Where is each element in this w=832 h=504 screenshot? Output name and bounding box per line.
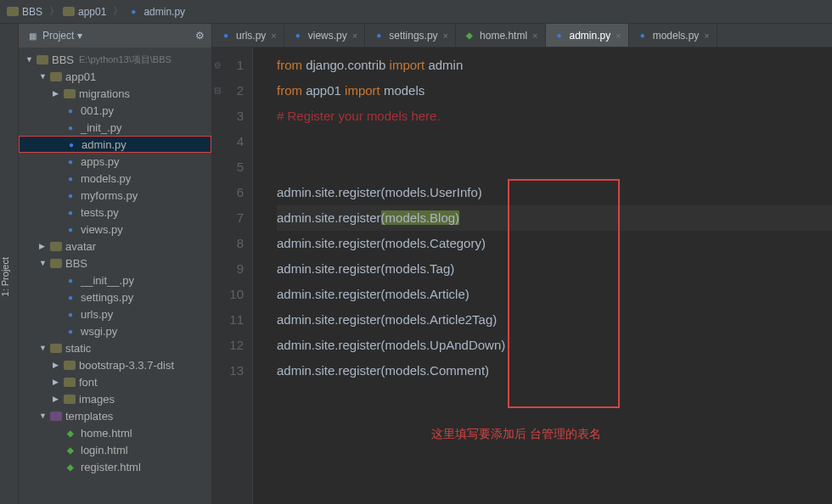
editor-tab[interactable]: ●views.py× — [284, 24, 365, 47]
tree-item-name: BBS — [65, 257, 87, 270]
tab-close-icon[interactable]: × — [352, 31, 357, 41]
tree-row[interactable]: ▼app01 — [19, 68, 211, 85]
code-line[interactable]: admin.site.register(models.UserInfo) — [277, 180, 832, 205]
tree-row[interactable]: ●admin.py — [19, 136, 211, 153]
gear-icon[interactable]: ⚙ — [195, 30, 205, 42]
python-file-icon: ● — [64, 104, 77, 116]
line-number: 11 — [212, 307, 244, 333]
tree-row[interactable]: ●__init__.py — [19, 272, 211, 288]
tree-arrow-icon[interactable]: ▶ — [53, 89, 61, 98]
tree-item-name: apps.py — [81, 155, 120, 168]
breadcrumb-part[interactable]: BBS — [22, 6, 42, 18]
tab-label: urls.py — [236, 30, 266, 42]
editor-tab[interactable]: ◆home.html× — [456, 24, 545, 47]
side-tab-project[interactable]: 1: Project — [0, 24, 19, 504]
breadcrumb-part[interactable]: app01 — [78, 6, 106, 18]
tree-row[interactable]: ▶avatar — [19, 238, 211, 255]
tree-arrow-icon[interactable]: ▼ — [39, 72, 48, 81]
tree-arrow-icon[interactable]: ▼ — [39, 259, 48, 267]
tree-row[interactable]: ▶migrations — [19, 85, 211, 102]
tab-close-icon[interactable]: × — [616, 31, 621, 41]
code-area[interactable]: from django.contrib import adminfrom app… — [253, 48, 832, 504]
tree-arrow-icon[interactable]: ▶ — [53, 361, 61, 369]
python-file-icon: ● — [372, 30, 385, 42]
tree-row[interactable]: ▶bootstrap-3.3.7-dist — [19, 356, 211, 373]
tree-item-name: 001.py — [81, 104, 114, 117]
project-panel-header[interactable]: ▦ Project ▾ ⚙ — [19, 24, 211, 48]
line-number: 5 — [212, 154, 244, 180]
folder-icon — [64, 378, 76, 387]
fold-icon[interactable]: ⊖ — [214, 53, 221, 78]
editor-tab[interactable]: ●models.py× — [629, 24, 717, 47]
breadcrumb: BBS 〉 app01 〉 ● admin.py — [0, 0, 832, 24]
html-file-icon: ◆ — [64, 444, 77, 456]
python-file-icon: ● — [64, 155, 77, 167]
html-file-icon: ◆ — [463, 30, 476, 42]
tree-row[interactable]: ▼BBS — [19, 255, 211, 272]
tree-row[interactable]: ▶images — [19, 390, 211, 407]
tree-row[interactable]: ◆register.html — [19, 458, 211, 475]
tree-row[interactable]: ●settings.py — [19, 288, 211, 305]
python-file-icon: ● — [219, 30, 233, 42]
code-line[interactable]: from django.contrib import admin — [277, 53, 832, 78]
dropdown-icon[interactable]: ▾ — [77, 30, 82, 42]
tree-row[interactable]: ●001.py — [19, 102, 211, 119]
tab-label: views.py — [308, 30, 347, 42]
tree-row[interactable]: ●_init_.py — [19, 119, 211, 136]
tree-arrow-icon[interactable]: ▶ — [53, 395, 61, 403]
code-line[interactable]: admin.site.register(models.Category) — [277, 231, 832, 256]
template-folder-icon — [50, 412, 62, 421]
tree-row[interactable]: ●tests.py — [19, 204, 211, 221]
editor-area: ●urls.py×●views.py×●settings.py×◆home.ht… — [212, 24, 832, 504]
tree-arrow-icon[interactable]: ▶ — [53, 378, 61, 386]
tree-row[interactable]: ●myforms.py — [19, 187, 211, 204]
tree-row[interactable]: ▼templates — [19, 407, 211, 424]
tree-row[interactable]: ◆home.html — [19, 424, 211, 441]
line-number: 13 — [212, 358, 244, 384]
code-line[interactable]: # Register your models here. — [277, 104, 832, 129]
tree-row[interactable]: ▼static — [19, 339, 211, 356]
tree-row[interactable]: ◆login.html — [19, 441, 211, 458]
code-line[interactable]: admin.site.register(models.UpAndDown) — [277, 333, 832, 358]
folder-icon — [50, 242, 62, 251]
tree-row[interactable]: ●apps.py — [19, 153, 211, 170]
folder-icon — [50, 259, 62, 268]
code-line[interactable]: admin.site.register(models.Article) — [277, 282, 832, 307]
python-file-icon: ● — [65, 138, 78, 150]
project-tree[interactable]: ▼BBSE:\python13\项目\BBS▼app01▶migrations●… — [19, 48, 211, 504]
tree-arrow-icon[interactable]: ▼ — [25, 55, 34, 64]
breadcrumb-part[interactable]: admin.py — [143, 6, 185, 18]
code-line[interactable]: admin.site.register(models.Article2Tag) — [277, 307, 832, 333]
tab-close-icon[interactable]: × — [532, 31, 537, 41]
folder-icon — [64, 395, 76, 404]
tree-row[interactable]: ●views.py — [19, 221, 211, 238]
code-line[interactable]: admin.site.register(models.Blog) — [277, 205, 832, 231]
editor-tab[interactable]: ●urls.py× — [212, 24, 284, 47]
code-line[interactable]: from app01 import models — [277, 78, 832, 104]
tree-row[interactable]: ●wsgi.py — [19, 322, 211, 339]
code-line[interactable]: admin.site.register(models.Comment) — [277, 358, 832, 384]
python-file-icon: ● — [64, 121, 77, 133]
tab-close-icon[interactable]: × — [443, 31, 448, 41]
line-gutter: ⊖ ⊟ 12345678910111213 — [212, 48, 253, 504]
code-line[interactable] — [277, 129, 832, 154]
tree-arrow-icon[interactable]: ▼ — [39, 412, 48, 420]
tree-arrow-icon[interactable]: ▼ — [39, 344, 48, 352]
editor-tab[interactable]: ●settings.py× — [365, 24, 456, 47]
editor-tab[interactable]: ●admin.py× — [546, 24, 629, 47]
python-file-icon: ● — [64, 308, 77, 320]
tree-row[interactable]: ●urls.py — [19, 305, 211, 322]
tab-close-icon[interactable]: × — [704, 31, 709, 41]
editor-body[interactable]: ⊖ ⊟ 12345678910111213 from django.contri… — [212, 48, 832, 504]
tree-item-name: font — [79, 376, 98, 389]
folder-icon — [7, 7, 19, 16]
tree-row[interactable]: ▶font — [19, 373, 211, 390]
tree-arrow-icon[interactable]: ▶ — [39, 242, 48, 250]
code-line[interactable] — [277, 154, 832, 180]
tree-row[interactable]: ▼BBSE:\python13\项目\BBS — [19, 51, 211, 68]
tree-item-name: templates — [65, 410, 113, 423]
code-line[interactable]: admin.site.register(models.Tag) — [277, 256, 832, 282]
tab-close-icon[interactable]: × — [271, 31, 276, 41]
tree-row[interactable]: ●models.py — [19, 170, 211, 187]
fold-icon[interactable]: ⊟ — [214, 78, 221, 104]
